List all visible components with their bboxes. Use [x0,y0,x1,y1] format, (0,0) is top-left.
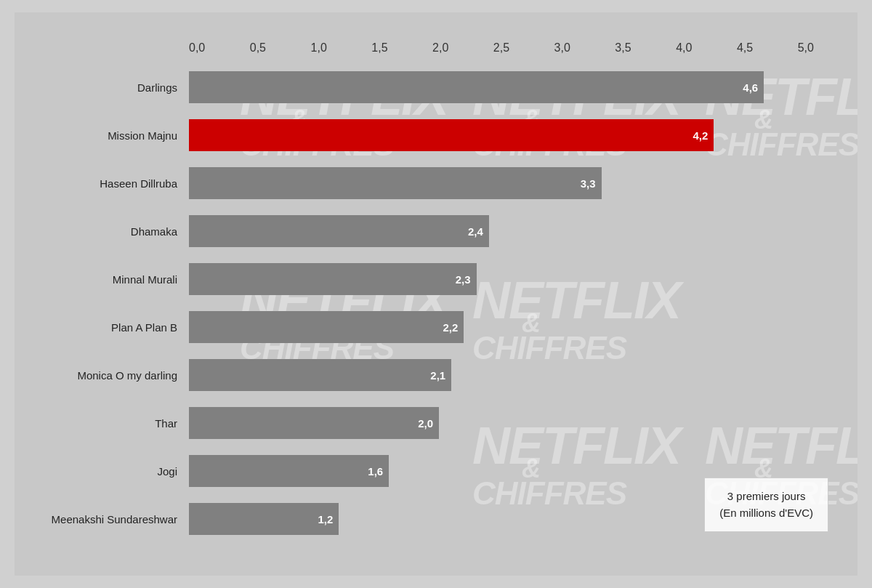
legend-line2: (En millions d'EVC) [719,507,813,519]
legend-line1: 3 premiers jours [727,490,806,502]
axis-tick-1: 0,5 [250,41,266,55]
bar-track-1: 4,2 [189,118,814,153]
bar-label-6: Monica O my darling [29,369,189,382]
axis-labels: 0,00,51,01,52,02,53,03,54,04,55,0 [189,41,814,55]
bar-fill-4: 2,3 [189,263,477,295]
bar-track-7: 2,0 [189,406,814,440]
bar-value-2: 3,3 [581,177,602,190]
bar-row: Dhamaka2,4 [29,207,814,255]
bar-track-5: 2,2 [189,310,814,345]
bar-value-6: 2,1 [430,369,451,382]
axis-tick-8: 4,0 [676,41,692,55]
bar-track-6: 2,1 [189,358,814,392]
bar-row: Darlings4,6 [29,63,814,111]
axis-tick-3: 1,5 [371,41,387,55]
axis-tick-2: 1,0 [311,41,327,55]
axis-tick-7: 3,5 [615,41,631,55]
bar-fill-0: 4,6 [189,71,764,103]
bar-value-1: 4,2 [693,129,714,142]
bar-value-7: 2,0 [418,417,439,430]
bar-track-0: 4,6 [189,70,814,105]
bar-label-3: Dhamaka [29,225,189,238]
bar-label-2: Haseen Dillruba [29,177,189,190]
axis-tick-10: 5,0 [798,41,814,55]
bar-row: Jogi1,6 [29,447,814,495]
axis-tick-5: 2,5 [493,41,509,55]
bar-label-7: Thar [29,417,189,430]
bar-label-0: Darlings [29,81,189,94]
bar-value-0: 4,6 [743,81,764,94]
bar-row: Mission Majnu4,2 [29,111,814,159]
axis-tick-9: 4,5 [737,41,753,55]
bar-row: Minnal Murali2,3 [29,255,814,303]
bar-fill-6: 2,1 [189,359,451,391]
bar-value-5: 2,2 [443,321,464,334]
bar-label-1: Mission Majnu [29,129,189,142]
bar-track-2: 3,3 [189,166,814,201]
bar-value-8: 1,6 [368,465,389,478]
bar-fill-1: 4,2 [189,119,714,151]
bar-row: Plan A Plan B2,2 [29,303,814,351]
axis-tick-0: 0,0 [189,41,205,55]
bar-value-3: 2,4 [468,225,489,238]
bar-row: Meenakshi Sundareshwar1,2 [29,495,814,543]
axis-tick-6: 3,0 [554,41,570,55]
bar-chart: Darlings4,6Mission Majnu4,2Haseen Dillru… [29,63,814,543]
bar-track-3: 2,4 [189,214,814,249]
bar-fill-3: 2,4 [189,215,489,247]
legend-box: 3 premiers jours (En millions d'EVC) [704,478,828,532]
bar-value-9: 1,2 [318,513,339,525]
bar-row: Monica O my darling2,1 [29,351,814,399]
bar-label-5: Plan A Plan B [29,321,189,334]
x-axis: 0,00,51,01,52,02,53,03,54,04,55,0 [189,41,814,55]
axis-tick-4: 2,0 [432,41,448,55]
bar-fill-7: 2,0 [189,407,439,439]
bar-value-4: 2,3 [456,273,477,286]
bar-fill-2: 3,3 [189,167,602,199]
bar-label-4: Minnal Murali [29,273,189,286]
bar-row: Thar2,0 [29,399,814,447]
bar-row: Haseen Dillruba3,3 [29,159,814,207]
bar-label-8: Jogi [29,465,189,478]
bar-fill-8: 1,6 [189,455,389,487]
bar-track-4: 2,3 [189,262,814,297]
chart-container: NETFLIX&CHIFFRESNETFLIX&CHIFFRESNETFLIX&… [15,12,857,576]
bar-label-9: Meenakshi Sundareshwar [29,513,189,525]
bar-fill-9: 1,2 [189,503,339,535]
bar-fill-5: 2,2 [189,311,464,343]
